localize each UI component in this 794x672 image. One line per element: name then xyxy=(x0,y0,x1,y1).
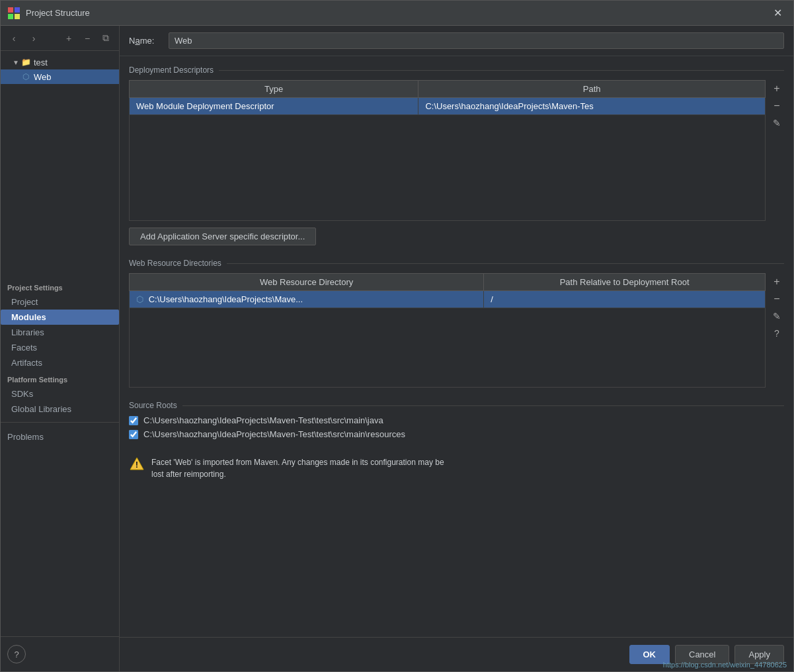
back-button[interactable]: ‹ xyxy=(6,30,22,46)
empty-row xyxy=(130,308,766,388)
edit-descriptor-button[interactable]: ✎ xyxy=(770,116,784,130)
tree-item-web[interactable]: ⬡ Web xyxy=(1,69,119,84)
deployment-descriptors-section: Deployment Descriptors Type Path xyxy=(129,65,784,245)
warning-box: ! Facet 'Web' is imported from Maven. An… xyxy=(129,452,784,484)
source-root-item-1: C:\Users\haozhang\IdeaProjects\Maven-Tes… xyxy=(129,429,784,439)
sidebar-item-problems[interactable]: Problems xyxy=(1,428,119,446)
web-resource-actions: + − ✎ ? xyxy=(770,273,784,341)
web-resource-directories-section: Web Resource Directories Web Resource Di… xyxy=(129,259,784,388)
deployment-descriptors-container: Type Path Web Module Deployment Descript… xyxy=(129,80,784,221)
col-path: Path xyxy=(418,81,766,98)
col-path-relative: Path Relative to Deployment Root xyxy=(484,274,766,291)
module-tree: ▼ 📁 test ⬡ Web xyxy=(1,51,119,88)
main-content: ‹ › + − ⧉ ▼ 📁 test ⬡ Web xyxy=(1,26,793,671)
project-settings-label: Project Settings xyxy=(1,278,119,294)
sidebar-item-modules[interactable]: Modules xyxy=(1,310,119,325)
cell-dir: ⬡ C:\Users\haozhang\IdeaProjects\Mave... xyxy=(130,291,484,308)
empty-row xyxy=(130,115,766,221)
table-row[interactable]: ⬡ C:\Users\haozhang\IdeaProjects\Mave...… xyxy=(130,291,766,308)
tree-item-label: Web xyxy=(34,72,52,82)
add-web-resource-button[interactable]: + xyxy=(770,274,784,289)
svg-rect-2 xyxy=(8,14,13,19)
sidebar-item-libraries[interactable]: Libraries xyxy=(1,325,119,340)
sidebar-item-sdks[interactable]: SDKs xyxy=(1,386,119,401)
svg-text:!: ! xyxy=(136,460,138,470)
deployment-descriptors-table: Type Path Web Module Deployment Descript… xyxy=(129,80,766,221)
remove-module-button[interactable]: − xyxy=(79,30,95,46)
source-root-checkbox-1[interactable] xyxy=(129,430,138,439)
window-title: Project Structure xyxy=(26,8,768,18)
footer-link: https://blog.csdn.net/weixin_44780625 xyxy=(663,661,787,669)
close-button[interactable]: ✕ xyxy=(768,4,787,22)
warning-text: Facet 'Web' is imported from Maven. Any … xyxy=(151,456,444,480)
edit-web-resource-button[interactable]: ✎ xyxy=(770,309,784,323)
sidebar-item-project[interactable]: Project xyxy=(1,294,119,310)
sidebar: ‹ › + − ⧉ ▼ 📁 test ⬡ Web xyxy=(1,26,120,671)
web-resource-directories-table: Web Resource Directory Path Relative to … xyxy=(129,273,766,388)
dir-icon: ⬡ xyxy=(136,294,143,304)
tree-item-test[interactable]: ▼ 📁 test xyxy=(1,55,119,69)
source-roots-header: Source Roots xyxy=(129,401,784,410)
tree-item-label: test xyxy=(34,58,48,67)
source-root-path-0: C:\Users\haozhang\IdeaProjects\Maven-Tes… xyxy=(143,415,383,425)
add-module-button[interactable]: + xyxy=(61,30,77,46)
svg-rect-0 xyxy=(8,7,13,13)
web-resource-directories-container: Web Resource Directory Path Relative to … xyxy=(129,273,784,388)
platform-settings-label: Platform Settings xyxy=(1,370,119,386)
cell-type: Web Module Deployment Descriptor xyxy=(130,98,418,115)
deployment-actions: + − ✎ xyxy=(770,80,784,130)
sidebar-item-facets[interactable]: Facets xyxy=(1,340,119,355)
cell-path-relative: / xyxy=(484,291,766,308)
web-resource-directories-header: Web Resource Directories xyxy=(129,259,784,268)
add-descriptor-button[interactable]: + xyxy=(770,81,784,96)
sidebar-item-artifacts[interactable]: Artifacts xyxy=(1,355,119,370)
remove-web-resource-button[interactable]: − xyxy=(770,292,784,306)
project-structure-window: Project Structure ✕ ‹ › + − ⧉ ▼ 📁 xyxy=(0,0,794,672)
help-button[interactable]: ? xyxy=(7,645,26,663)
right-panel: Name: Deployment Descriptors Type Path xyxy=(120,26,793,671)
name-label: Name: xyxy=(129,36,162,46)
folder-icon: 📁 xyxy=(20,57,31,67)
warning-icon: ! xyxy=(129,456,145,472)
add-server-descriptor-button[interactable]: Add Application Server specific descript… xyxy=(129,228,316,245)
deployment-descriptors-header: Deployment Descriptors xyxy=(129,65,784,75)
table-row[interactable]: Web Module Deployment Descriptor C:\User… xyxy=(130,98,766,115)
expand-arrow: ▼ xyxy=(11,58,20,67)
cell-path: C:\Users\haozhang\IdeaProjects\Maven-Tes xyxy=(418,98,766,115)
remove-descriptor-button[interactable]: − xyxy=(770,99,784,113)
sidebar-nav-bar: ‹ › + − ⧉ xyxy=(1,26,119,51)
source-root-checkbox-0[interactable] xyxy=(129,416,138,425)
module-icon: ⬡ xyxy=(20,71,31,82)
svg-rect-1 xyxy=(15,7,20,13)
sidebar-item-global-libraries[interactable]: Global Libraries xyxy=(1,401,119,417)
forward-button[interactable]: › xyxy=(26,30,42,46)
svg-rect-3 xyxy=(15,14,20,19)
source-roots-section: Source Roots C:\Users\haozhang\IdeaProje… xyxy=(129,401,784,439)
col-type: Type xyxy=(130,81,418,98)
copy-module-button[interactable]: ⧉ xyxy=(98,30,114,46)
app-icon xyxy=(7,7,20,20)
name-input[interactable] xyxy=(169,32,784,49)
help-web-resource-button[interactable]: ? xyxy=(770,326,784,341)
name-row: Name: xyxy=(120,26,793,56)
source-root-item-0: C:\Users\haozhang\IdeaProjects\Maven-Tes… xyxy=(129,415,784,425)
sidebar-bottom: ? xyxy=(1,636,119,671)
source-root-path-1: C:\Users\haozhang\IdeaProjects\Maven-Tes… xyxy=(143,429,405,439)
col-web-resource-dir: Web Resource Directory xyxy=(130,274,484,291)
panel-content: Deployment Descriptors Type Path xyxy=(120,56,793,637)
title-bar: Project Structure ✕ xyxy=(1,1,793,26)
